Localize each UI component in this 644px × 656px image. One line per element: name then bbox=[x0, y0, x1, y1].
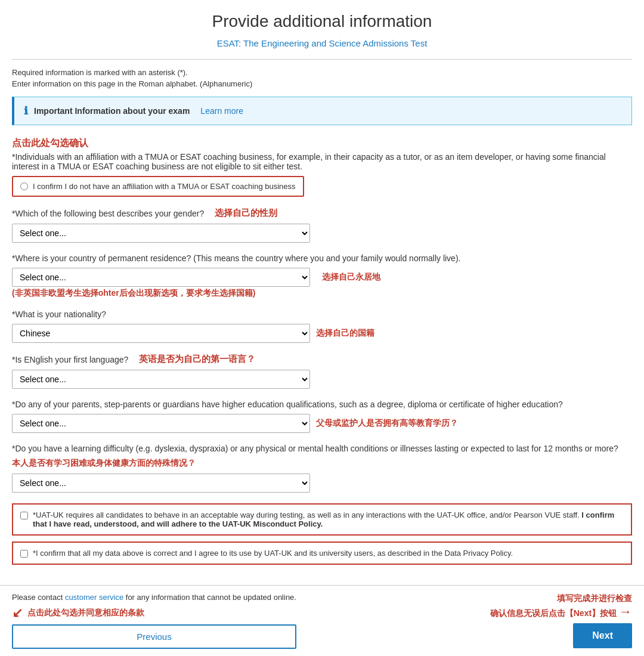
nationality-select-row: Chinese 选择自己的国籍 bbox=[12, 324, 632, 343]
nationality-label: *What is your nationality? bbox=[12, 310, 632, 319]
banner-text: Important Information about your exam bbox=[34, 106, 190, 116]
required-note: Required information is marked with an a… bbox=[12, 68, 632, 77]
annotation-residence: 选择自己永居地 bbox=[322, 272, 380, 283]
gender-select[interactable]: Select one... bbox=[12, 224, 310, 243]
next-button[interactable]: Next bbox=[573, 623, 632, 648]
parents-select-row: Select one... 父母或监护人是否拥有高等教育学历？ bbox=[12, 414, 632, 433]
english-language-select[interactable]: Select one... bbox=[12, 370, 310, 389]
english-language-section: *Is ENglish your first language? 英语是否为自己… bbox=[12, 354, 632, 389]
arrow-right-icon: → bbox=[619, 604, 632, 619]
checkbox1-section: *UAT-UK requires all candidates to behav… bbox=[12, 503, 632, 536]
customer-service-link[interactable]: customer service bbox=[65, 593, 123, 602]
checkbox2-section: *I confirm that all my data above is cor… bbox=[12, 541, 632, 565]
divider-top bbox=[12, 59, 632, 60]
gender-section: *Which of the following best describes y… bbox=[12, 208, 632, 243]
learn-more-link[interactable]: Learn more bbox=[200, 106, 243, 116]
info-banner: ℹ Important Information about your exam … bbox=[12, 97, 632, 125]
checkbox1-label[interactable]: *UAT-UK requires all candidates to behav… bbox=[20, 510, 624, 528]
bottom-right: 填写完成并进行检查 确认信息无误后点击【Next】按钮 → Next bbox=[490, 593, 632, 648]
gender-label-row: *Which of the following best describes y… bbox=[12, 208, 632, 219]
checkbox2-text: *I confirm that all my data above is cor… bbox=[33, 549, 513, 558]
checkbox1-text: *UAT-UK requires all candidates to behav… bbox=[33, 510, 624, 528]
gender-label: *Which of the following best describes y… bbox=[12, 209, 204, 218]
affiliation-radio-label[interactable]: I confirm I do not have an affiliation w… bbox=[12, 176, 304, 197]
roman-note: Enter information on this page in the Ro… bbox=[12, 79, 632, 88]
annotation-parents: 父母或监护人是否拥有高等教育学历？ bbox=[316, 418, 458, 429]
affiliation-radio-text: I confirm I do not have an affiliation w… bbox=[33, 182, 296, 191]
info-icon: ℹ bbox=[24, 104, 28, 117]
annotation-click-confirm: 点击此处勾选确认 bbox=[12, 137, 632, 150]
annotation-nationality: 选择自己的国籍 bbox=[316, 328, 374, 339]
nationality-select[interactable]: Chinese bbox=[12, 324, 310, 343]
esat-link[interactable]: ESAT: The Engineering and Science Admiss… bbox=[217, 38, 428, 48]
checkbox2-input[interactable] bbox=[20, 550, 28, 558]
learning-difficulty-select[interactable]: Select one... bbox=[12, 474, 310, 493]
checkbox1-input[interactable] bbox=[20, 512, 28, 519]
annotation-residence-note: (非英国非欧盟考生选择ohter后会出现新选项，要求考生选择国籍) bbox=[12, 288, 632, 299]
learning-difficulty-section: *Do you have a learning difficulty (e.g.… bbox=[12, 444, 632, 493]
bottom-left: Please contact customer service for any … bbox=[12, 593, 296, 649]
affiliation-label: *Individuals with an affiliation with a … bbox=[12, 152, 632, 171]
annotation-learning: 本人是否有学习困难或身体健康方面的特殊情况？ bbox=[12, 458, 632, 469]
residence-label: *Where is your country of permanent resi… bbox=[12, 253, 632, 263]
annotation-fill-check: 填写完成并进行检查 bbox=[557, 593, 632, 603]
confirm-radio-row: I confirm I do not have an affiliation w… bbox=[12, 176, 632, 197]
nationality-section: *What is your nationality? Chinese 选择自己的… bbox=[12, 310, 632, 343]
residence-select[interactable]: Select one... bbox=[12, 268, 310, 287]
affiliation-section: 点击此处勾选确认 *Individuals with an affiliatio… bbox=[12, 137, 632, 197]
learning-difficulty-label: *Do you have a learning difficulty (e.g.… bbox=[12, 444, 632, 453]
english-label-row: *Is ENglish your first language? 英语是否为自己… bbox=[12, 354, 632, 365]
parents-education-select[interactable]: Select one... bbox=[12, 414, 310, 433]
annotation-gender: 选择自己的性别 bbox=[215, 208, 277, 219]
annotation-click-agree: 点击此处勾选并同意相应的条款 bbox=[27, 608, 144, 618]
residence-select-row: Select one... 选择自己永居地 bbox=[12, 268, 632, 287]
parents-education-section: *Do any of your parents, step-parents or… bbox=[12, 400, 632, 433]
annotation-english: 英语是否为自己的第一语言？ bbox=[139, 354, 255, 365]
annotation-click-agree-row: ↙ 点击此处勾选并同意相应的条款 bbox=[12, 605, 296, 621]
arrow-left-icon: ↙ bbox=[12, 605, 23, 621]
annotation-confirm-next: 确认信息无误后点击【Next】按钮 bbox=[490, 608, 617, 618]
checkbox2-label[interactable]: *I confirm that all my data above is cor… bbox=[20, 549, 624, 558]
subtitle-area: ESAT: The Engineering and Science Admiss… bbox=[12, 38, 632, 48]
affiliation-radio[interactable] bbox=[20, 182, 28, 190]
page-title: Provide additional information bbox=[12, 12, 632, 31]
previous-button[interactable]: Previous bbox=[12, 624, 296, 649]
annotation-next-area: 填写完成并进行检查 确认信息无误后点击【Next】按钮 → bbox=[490, 593, 632, 620]
contact-note: Please contact customer service for any … bbox=[12, 593, 296, 602]
residence-section: *Where is your country of permanent resi… bbox=[12, 253, 632, 299]
bottom-bar: Please contact customer service for any … bbox=[0, 585, 644, 656]
english-label: *Is ENglish your first language? bbox=[12, 355, 128, 364]
parents-education-label: *Do any of your parents, step-parents or… bbox=[12, 400, 632, 409]
